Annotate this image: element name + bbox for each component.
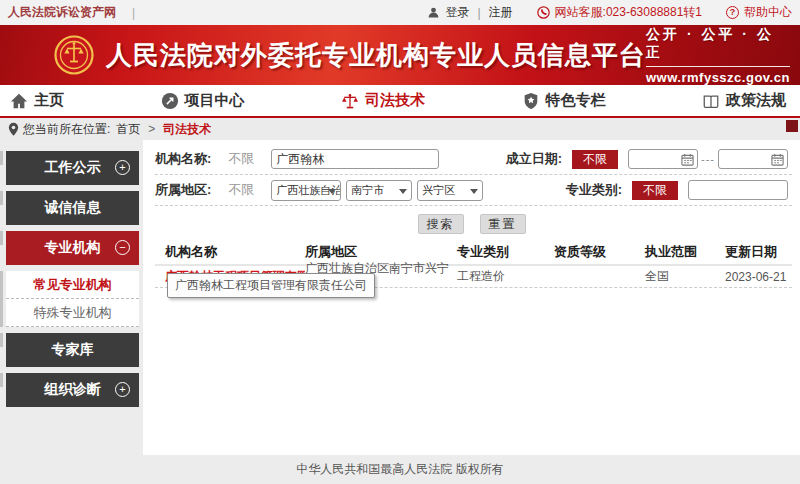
banner: 人民法院对外委托专业机构专业人员信息平台 公开 · 公平 · 公正 www.rm… bbox=[0, 25, 800, 85]
submenu-item-special-orgs[interactable]: 特殊专业机构 bbox=[6, 299, 139, 327]
help-center-link[interactable]: 帮助中心 bbox=[744, 4, 792, 21]
chevron-down-icon bbox=[399, 189, 407, 198]
banner-url: www.rmfysszc.gov.cn bbox=[646, 70, 790, 85]
sidebar-item-label: 组织诊断 bbox=[45, 381, 101, 399]
login-register-separator: | bbox=[477, 6, 480, 20]
column-header-region: 所属地区 bbox=[305, 243, 457, 261]
org-name-input[interactable] bbox=[271, 149, 439, 169]
submenu-item-label: 常见专业机构 bbox=[34, 276, 112, 294]
sidebar-item-label: 诚信信息 bbox=[45, 199, 101, 217]
submenu-item-common-orgs[interactable]: 常见专业机构 bbox=[6, 271, 139, 299]
phone-icon bbox=[537, 6, 550, 19]
province-select[interactable]: 广西壮族自治 bbox=[271, 180, 341, 201]
topbar-divider: | bbox=[132, 6, 135, 20]
district-select[interactable]: 兴宁区 bbox=[417, 180, 483, 201]
sidebar-item-professional-orgs[interactable]: 专业机构 − bbox=[6, 231, 139, 265]
nav-item-policies[interactable]: 政策法规 bbox=[702, 91, 786, 110]
minus-circle-icon[interactable]: − bbox=[115, 240, 130, 255]
nav-label: 司法技术 bbox=[365, 91, 425, 110]
topbar: 人民法院诉讼资产网 | 登录 | 注册 网站客服:023-63088881转1 … bbox=[0, 0, 800, 25]
sidebar-submenu: 常见专业机构 特殊专业机构 bbox=[6, 271, 139, 327]
copyright-text: 中华人民共和国最高人民法院 版权所有 bbox=[296, 461, 503, 478]
emblem-icon bbox=[54, 35, 94, 75]
calendar-icon bbox=[681, 153, 694, 166]
nav-item-judicial-tech[interactable]: 司法技术 bbox=[341, 91, 425, 110]
chevron-down-icon bbox=[470, 189, 478, 198]
filter-row-2: 所属地区: 不限 广西壮族自治 南宁市 兴宁区 专业类别: 不限 bbox=[155, 175, 792, 206]
submenu-item-label: 特殊专业机构 bbox=[34, 304, 112, 322]
project-center-icon bbox=[161, 92, 179, 110]
help-icon: ? bbox=[726, 6, 739, 19]
login-link[interactable]: 登录 bbox=[445, 4, 469, 21]
breadcrumb-prefix: 您当前所在位置: bbox=[23, 121, 110, 138]
sidebar-item-integrity-info[interactable]: 诚信信息 bbox=[6, 191, 139, 225]
person-icon bbox=[427, 6, 440, 19]
column-header-org-name: 机构名称 bbox=[155, 243, 305, 261]
column-header-grade: 资质等级 bbox=[554, 243, 645, 261]
district-select-value: 兴宁区 bbox=[422, 183, 455, 198]
banner-slogan-block: 公开 · 公平 · 公正 www.rmfysszc.gov.cn bbox=[646, 26, 790, 85]
plus-circle-icon[interactable]: + bbox=[115, 160, 130, 175]
column-header-scope: 执业范围 bbox=[645, 243, 725, 261]
org-name-unlimited-option[interactable]: 不限 bbox=[221, 150, 261, 168]
city-select-value: 南宁市 bbox=[351, 183, 384, 198]
shield-star-icon bbox=[522, 92, 540, 110]
breadcrumb: 您当前所在位置: 首页 > 司法技术 bbox=[0, 118, 800, 140]
table-header: 机构名称 所属地区 专业类别 资质等级 执业范围 更新日期 bbox=[155, 240, 792, 266]
footer: 中华人民共和国最高人民法院 版权所有 bbox=[0, 455, 800, 484]
scope-cell: 全国 bbox=[645, 268, 725, 285]
founded-date-group: 成立日期: 不限 --- bbox=[506, 149, 792, 169]
main-area: 工作公示 + 诚信信息 专业机构 − 常见专业机构 特殊专业机构 专家库 bbox=[0, 140, 800, 455]
breadcrumb-home-link[interactable]: 首页 bbox=[116, 121, 140, 138]
breadcrumb-corner-decoration bbox=[786, 120, 798, 132]
category-input[interactable] bbox=[688, 180, 788, 200]
date-range-separator: --- bbox=[701, 153, 715, 165]
banner-slogan: 公开 · 公平 · 公正 bbox=[646, 26, 790, 67]
reset-button[interactable]: 重置 bbox=[480, 214, 526, 234]
content-panel: 机构名称: 不限 成立日期: 不限 --- 所属地区: bbox=[143, 140, 800, 455]
sidebar-item-org-diagnosis[interactable]: 组织诊断 + bbox=[6, 373, 139, 407]
sidebar: 工作公示 + 诚信信息 专业机构 − 常见专业机构 特殊专业机构 专家库 bbox=[0, 140, 143, 455]
region-unlimited-option[interactable]: 不限 bbox=[221, 181, 261, 199]
location-pin-icon bbox=[8, 122, 19, 136]
sidebar-item-expert-pool[interactable]: 专家库 bbox=[6, 333, 139, 367]
service-hotline: 网站客服:023-63088881转1 bbox=[555, 4, 702, 21]
category-unlimited-button[interactable]: 不限 bbox=[632, 181, 678, 200]
nav-label: 特色专栏 bbox=[546, 91, 606, 110]
city-select[interactable]: 南宁市 bbox=[346, 180, 412, 201]
org-name-label: 机构名称: bbox=[155, 150, 211, 168]
org-name-tooltip: 广西翰林工程项目管理有限责任公司 bbox=[167, 273, 375, 298]
breadcrumb-separator: > bbox=[148, 122, 155, 136]
updated-cell: 2023-06-21 bbox=[725, 270, 792, 284]
calendar-icon bbox=[771, 153, 784, 166]
scales-icon bbox=[341, 92, 359, 110]
column-header-updated: 更新日期 bbox=[725, 243, 792, 261]
book-icon bbox=[702, 92, 720, 110]
founded-date-unlimited-button[interactable]: 不限 bbox=[572, 150, 618, 169]
sidebar-item-work-publicity[interactable]: 工作公示 + bbox=[6, 151, 139, 185]
site-name-link[interactable]: 人民法院诉讼资产网 bbox=[8, 4, 116, 21]
nav-item-home[interactable]: 主页 bbox=[10, 91, 64, 110]
breadcrumb-current: 司法技术 bbox=[163, 121, 211, 138]
topbar-right: 登录 | 注册 网站客服:023-63088881转1 ? 帮助中心 bbox=[427, 4, 792, 21]
search-button[interactable]: 搜索 bbox=[418, 214, 464, 234]
founded-start-input[interactable] bbox=[628, 149, 698, 169]
nav-label: 政策法规 bbox=[726, 91, 786, 110]
region-label: 所属地区: bbox=[155, 181, 211, 199]
action-buttons: 搜索 重置 bbox=[143, 214, 800, 234]
plus-circle-icon[interactable]: + bbox=[115, 382, 130, 397]
home-icon bbox=[10, 92, 28, 110]
category-group: 专业类别: 不限 bbox=[566, 180, 792, 200]
founded-end-input[interactable] bbox=[718, 149, 788, 169]
category-cell: 工程造价 bbox=[457, 268, 554, 285]
founded-date-label: 成立日期: bbox=[506, 150, 562, 168]
nav-item-project-center[interactable]: 项目中心 bbox=[161, 91, 245, 110]
nav-item-special-column[interactable]: 特色专栏 bbox=[522, 91, 606, 110]
sidebar-item-label: 专业机构 bbox=[45, 239, 101, 257]
main-nav: 主页 项目中心 司法技术 特色专栏 政策法规 bbox=[0, 85, 800, 118]
nav-label: 主页 bbox=[34, 91, 64, 110]
nav-label: 项目中心 bbox=[185, 91, 245, 110]
register-link[interactable]: 注册 bbox=[489, 4, 513, 21]
page: 人民法院诉讼资产网 | 登录 | 注册 网站客服:023-63088881转1 … bbox=[0, 0, 800, 484]
filter-row-1: 机构名称: 不限 成立日期: 不限 --- bbox=[155, 144, 792, 175]
